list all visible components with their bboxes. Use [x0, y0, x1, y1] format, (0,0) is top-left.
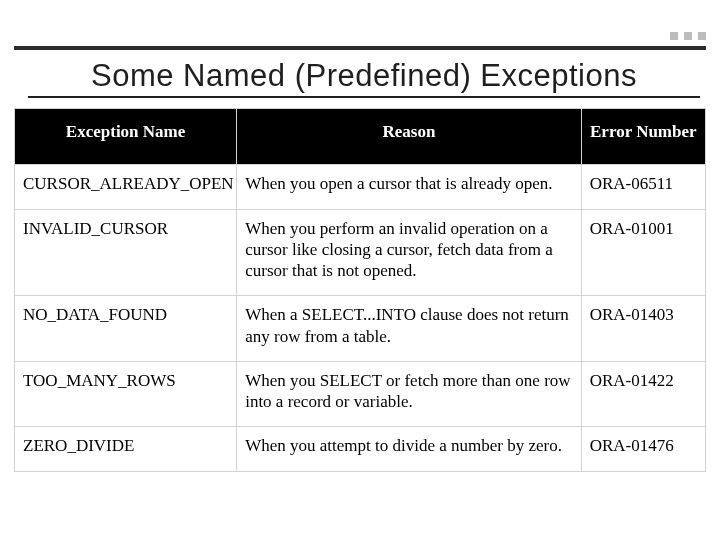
cell-reason: When you SELECT or fetch more than one r… [237, 361, 581, 427]
decorative-dots [670, 32, 706, 40]
cell-reason: When you open a cursor that is already o… [237, 165, 581, 209]
table-row: INVALID_CURSOR When you perform an inval… [15, 209, 706, 296]
cell-reason: When a SELECT...INTO clause does not ret… [237, 296, 581, 362]
table-row: TOO_MANY_ROWS When you SELECT or fetch m… [15, 361, 706, 427]
cell-exception-name: CURSOR_ALREADY_OPEN [15, 165, 237, 209]
table-header-row: Exception Name Reason Error Number [15, 109, 706, 165]
cell-error-number: ORA-01403 [581, 296, 705, 362]
slide-top-rule [14, 0, 706, 50]
col-header-error-number: Error Number [581, 109, 705, 165]
col-header-exception-name: Exception Name [15, 109, 237, 165]
slide: Some Named (Predefined) Exceptions Excep… [0, 0, 720, 540]
cell-error-number: ORA-06511 [581, 165, 705, 209]
cell-exception-name: NO_DATA_FOUND [15, 296, 237, 362]
page-title: Some Named (Predefined) Exceptions [28, 58, 700, 98]
dot-icon [670, 32, 678, 40]
cell-exception-name: TOO_MANY_ROWS [15, 361, 237, 427]
cell-reason: When you perform an invalid operation on… [237, 209, 581, 296]
table-row: CURSOR_ALREADY_OPEN When you open a curs… [15, 165, 706, 209]
exceptions-table: Exception Name Reason Error Number CURSO… [14, 108, 706, 472]
cell-error-number: ORA-01001 [581, 209, 705, 296]
cell-exception-name: ZERO_DIVIDE [15, 427, 237, 471]
cell-error-number: ORA-01422 [581, 361, 705, 427]
col-header-reason: Reason [237, 109, 581, 165]
cell-error-number: ORA-01476 [581, 427, 705, 471]
cell-reason: When you attempt to divide a number by z… [237, 427, 581, 471]
table-row: ZERO_DIVIDE When you attempt to divide a… [15, 427, 706, 471]
dot-icon [684, 32, 692, 40]
table-row: NO_DATA_FOUND When a SELECT...INTO claus… [15, 296, 706, 362]
dot-icon [698, 32, 706, 40]
cell-exception-name: INVALID_CURSOR [15, 209, 237, 296]
